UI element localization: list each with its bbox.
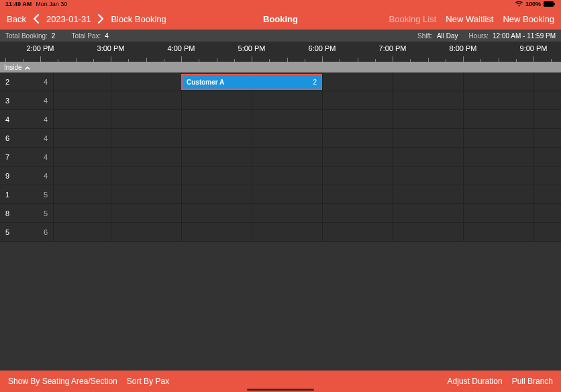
timeline-header[interactable]: 2:00 PM3:00 PM4:00 PM5:00 PM6:00 PM7:00 … [0, 42, 561, 62]
row-cells[interactable] [54, 110, 561, 128]
battery-icon [544, 1, 556, 7]
table-number: 7 [5, 153, 9, 161]
header-date[interactable]: 2023-01-31 [46, 14, 91, 24]
row-cells[interactable] [54, 204, 561, 222]
row-header[interactable]: 34 [0, 91, 54, 109]
total-booking-value: 2 [52, 32, 56, 40]
time-label: 6:00 PM [309, 44, 336, 52]
row-header[interactable]: 56 [0, 223, 54, 241]
booking-pax: 2 [313, 79, 317, 86]
new-waitlist-button[interactable]: New Waitlist [446, 14, 493, 24]
device-status-bar: 11:49 AM Mon Jan 30 100% [0, 0, 561, 8]
total-pax-value: 4 [105, 32, 109, 40]
block-booking-button[interactable]: Block Booking [111, 14, 166, 24]
chevron-right-icon[interactable] [97, 14, 104, 23]
status-time: 11:49 AM [5, 1, 32, 7]
wifi-icon [515, 1, 523, 7]
hours-label: Hours: [469, 32, 489, 40]
new-booking-button[interactable]: New Booking [503, 14, 554, 24]
row-header[interactable]: 15 [0, 185, 54, 203]
table-number: 2 [5, 78, 9, 86]
booking-name: Customer A [187, 79, 224, 86]
table-number: 9 [5, 172, 9, 180]
section-header[interactable]: Inside [0, 62, 561, 72]
svg-rect-1 [554, 3, 556, 5]
booking-list-button[interactable]: Booking List [389, 14, 437, 24]
row-cells[interactable] [54, 91, 561, 109]
shift-label: Shift: [417, 32, 433, 40]
row-header[interactable]: 24 [0, 72, 54, 91]
row-cells[interactable] [54, 148, 561, 166]
section-name: Inside [4, 64, 22, 71]
table-row[interactable]: 24Customer A2 [0, 72, 561, 91]
footer-bar: Show By Seating Area/Section Sort By Pax… [0, 371, 561, 392]
time-label: 4:00 PM [168, 44, 195, 52]
table-number: 5 [5, 228, 9, 236]
adjust-duration-button[interactable]: Adjust Duration [448, 377, 503, 386]
chevron-up-icon [25, 64, 30, 71]
time-label: 8:00 PM [450, 44, 477, 52]
row-cells[interactable] [54, 185, 561, 203]
table-number: 8 [5, 209, 9, 217]
table-row[interactable]: 44 [0, 110, 561, 129]
show-by-button[interactable]: Show By Seating Area/Section [8, 377, 117, 386]
row-cells[interactable]: Customer A2 [54, 72, 561, 91]
row-header[interactable]: 94 [0, 166, 54, 185]
empty-area [0, 242, 561, 371]
row-header[interactable]: 44 [0, 110, 54, 128]
table-capacity: 5 [44, 191, 48, 199]
shift-value[interactable]: All Day [437, 32, 458, 40]
pull-branch-button[interactable]: Pull Branch [512, 377, 553, 386]
table-capacity: 4 [44, 97, 48, 105]
time-label: 9:00 PM [520, 44, 548, 52]
table-row[interactable]: 64 [0, 129, 561, 148]
row-header[interactable]: 74 [0, 148, 54, 166]
row-header[interactable]: 85 [0, 204, 54, 222]
svg-rect-0 [544, 1, 554, 7]
table-capacity: 4 [44, 172, 48, 180]
status-date: Mon Jan 30 [36, 1, 67, 7]
table-row[interactable]: 34 [0, 91, 561, 110]
total-pax-label: Total Pax: [71, 32, 101, 40]
row-cells[interactable] [54, 129, 561, 147]
hours-value[interactable]: 12:00 AM - 11:59 PM [493, 32, 556, 40]
back-button[interactable]: Back [7, 14, 26, 24]
info-bar: Total Booking: 2 Total Pax: 4 Shift: All… [0, 30, 561, 42]
sort-by-button[interactable]: Sort By Pax [127, 377, 169, 386]
app-header: Back 2023-01-31 Block Booking Booking Bo… [0, 8, 561, 30]
table-capacity: 5 [44, 209, 48, 217]
table-capacity: 4 [44, 134, 48, 142]
table-number: 3 [5, 97, 9, 105]
time-label: 2:00 PM [27, 44, 54, 52]
table-capacity: 4 [44, 115, 48, 124]
table-number: 6 [5, 134, 9, 142]
table-row[interactable]: 74 [0, 148, 561, 166]
table-capacity: 4 [44, 153, 48, 161]
table-number: 1 [5, 191, 9, 199]
row-cells[interactable] [54, 166, 561, 185]
table-capacity: 6 [44, 228, 48, 236]
total-booking-label: Total Booking: [5, 32, 48, 40]
booking-grid[interactable]: 24Customer A23444647494158556 [0, 72, 561, 371]
table-row[interactable]: 85 [0, 204, 561, 223]
home-indicator [247, 389, 314, 391]
row-cells[interactable] [54, 223, 561, 241]
chevron-left-icon[interactable] [33, 14, 40, 23]
table-capacity: 4 [44, 78, 48, 86]
time-label: 5:00 PM [238, 44, 266, 52]
table-row[interactable]: 56 [0, 223, 561, 242]
row-header[interactable]: 64 [0, 129, 54, 147]
time-label: 7:00 PM [379, 44, 407, 52]
battery-percent: 100% [525, 1, 541, 7]
booking-block[interactable]: Customer A2 [181, 74, 322, 90]
table-row[interactable]: 15 [0, 185, 561, 204]
table-number: 4 [5, 115, 9, 124]
time-label: 3:00 PM [97, 44, 125, 52]
table-row[interactable]: 94 [0, 166, 561, 185]
